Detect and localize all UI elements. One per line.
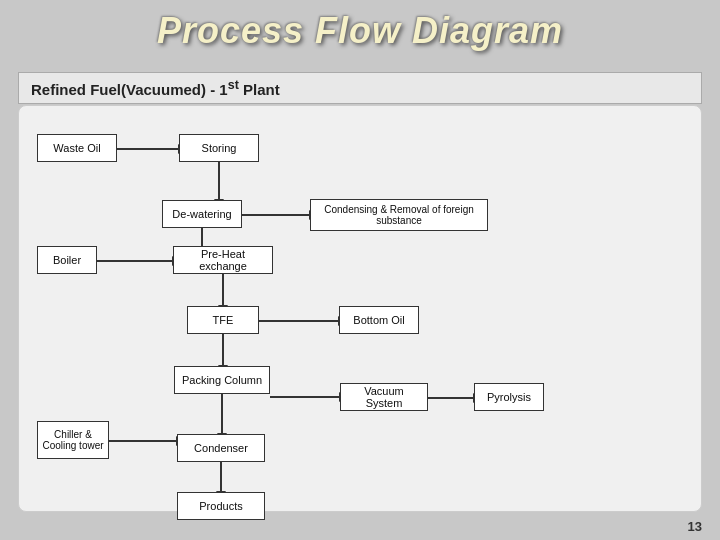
pyrolysis-box: Pyrolysis bbox=[474, 383, 544, 411]
main-title: Process Flow Diagram bbox=[60, 10, 660, 52]
condensing-box: Condensing & Removal of foreign substanc… bbox=[310, 199, 488, 231]
arrow-waste-to-storing bbox=[117, 148, 179, 150]
arrow-packing-to-condenser bbox=[221, 394, 223, 434]
subtitle-bar: Refined Fuel(Vacuumed) - 1st Plant bbox=[18, 72, 702, 104]
bottom-oil-box: Bottom Oil bbox=[339, 306, 419, 334]
arrow-storing-to-dewater bbox=[218, 162, 220, 200]
pre-heat-box: Pre-Heat exchange bbox=[173, 246, 273, 274]
boiler-box: Boiler bbox=[37, 246, 97, 274]
subtitle-text: Refined Fuel(Vacuumed) - 1st Plant bbox=[31, 81, 280, 98]
waste-oil-box: Waste Oil bbox=[37, 134, 117, 162]
vacuum-system-box: Vacuum System bbox=[340, 383, 428, 411]
page-number: 13 bbox=[688, 519, 702, 534]
storing-box: Storing bbox=[179, 134, 259, 162]
diagram-area: Waste Oil Storing De-watering Condensing… bbox=[18, 105, 702, 512]
arrow-vacuum-to-pyrolysis bbox=[428, 397, 474, 399]
title-area: Process Flow Diagram bbox=[60, 10, 660, 52]
arrow-preheat-to-tfe bbox=[222, 274, 224, 306]
packing-column-box: Packing Column bbox=[174, 366, 270, 394]
arrow-condenser-to-products bbox=[220, 462, 222, 492]
products-box: Products bbox=[177, 492, 265, 520]
arrow-boiler-to-preheat bbox=[97, 260, 173, 262]
arrow-tfe-to-packing bbox=[222, 334, 224, 366]
arrow-tfe-to-bottomoil bbox=[259, 320, 339, 322]
arrow-chiller-to-condenser bbox=[109, 440, 177, 442]
chiller-box: Chiller & Cooling tower bbox=[37, 421, 109, 459]
tfe-box: TFE bbox=[187, 306, 259, 334]
condenser-box: Condenser bbox=[177, 434, 265, 462]
arrow-dewater-to-condensing bbox=[242, 214, 310, 216]
de-watering-box: De-watering bbox=[162, 200, 242, 228]
arrow-packing-to-vacuum bbox=[270, 396, 340, 398]
